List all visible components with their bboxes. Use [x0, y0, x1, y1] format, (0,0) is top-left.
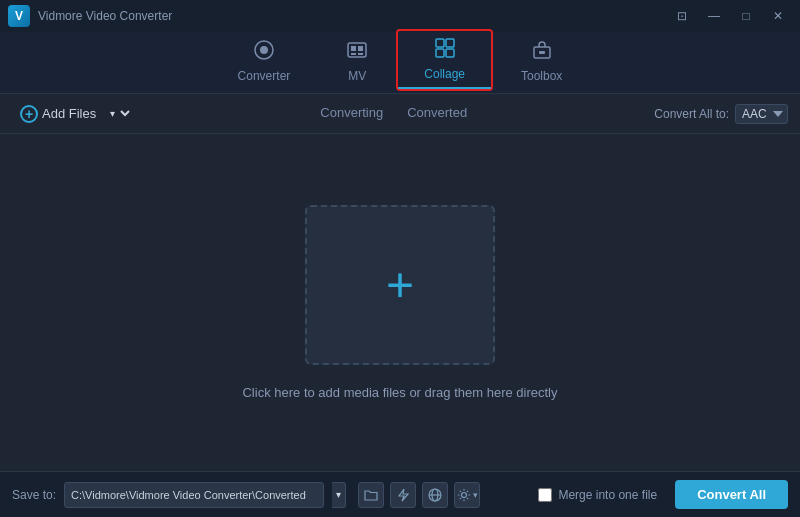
mv-icon	[346, 39, 368, 66]
tab-mv[interactable]: MV	[318, 31, 396, 93]
svg-rect-9	[436, 49, 444, 57]
add-files-button[interactable]: + Add Files	[12, 101, 104, 127]
convert-all-to-label: Convert All to:	[654, 107, 729, 121]
title-bar: V Vidmore Video Converter ⊡ — □ ✕	[0, 0, 800, 32]
drop-hint: Click here to add media files or drag th…	[242, 385, 557, 400]
svg-rect-4	[358, 46, 363, 51]
svg-rect-3	[351, 46, 356, 51]
merge-label: Merge into one file	[558, 488, 657, 502]
convert-all-to-area: Convert All to: AAC	[654, 104, 788, 124]
svg-point-16	[461, 492, 466, 497]
svg-rect-7	[436, 39, 444, 47]
converter-icon	[253, 39, 275, 66]
save-path-dropdown-btn[interactable]: ▾	[332, 482, 346, 508]
drop-zone[interactable]: +	[305, 205, 495, 365]
convert-all-button[interactable]: Convert All	[675, 480, 788, 509]
main-content: + Click here to add media files or drag …	[0, 134, 800, 471]
toolbar: + Add Files ▾ Converting Converted Conve…	[0, 94, 800, 134]
tab-bar: Converter MV	[0, 32, 800, 94]
settings-btn[interactable]: ▾	[454, 482, 480, 508]
tab-converter-label: Converter	[238, 69, 291, 83]
tab-collage-label: Collage	[424, 67, 465, 81]
save-path-input[interactable]	[64, 482, 324, 508]
add-files-label: Add Files	[42, 106, 96, 121]
globe-btn[interactable]	[422, 482, 448, 508]
tab-collage[interactable]: Collage	[396, 29, 493, 91]
status-icons: ▾	[358, 482, 480, 508]
merge-checkbox[interactable]	[538, 488, 552, 502]
save-to-label: Save to:	[12, 488, 56, 502]
svg-rect-2	[348, 43, 366, 57]
tab-converter[interactable]: Converter	[210, 31, 319, 93]
svg-rect-5	[351, 53, 356, 55]
merge-checkbox-area: Merge into one file	[538, 488, 657, 502]
caption-btn[interactable]: ⊡	[668, 6, 696, 26]
tab-toolbox[interactable]: Toolbox	[493, 31, 590, 93]
app-logo: V	[8, 5, 30, 27]
svg-point-1	[260, 46, 268, 54]
format-select[interactable]: AAC	[735, 104, 788, 124]
app-window: V Vidmore Video Converter ⊡ — □ ✕ Conver…	[0, 0, 800, 517]
title-bar-controls: ⊡ — □ ✕	[668, 6, 792, 26]
tab-filters: Converting Converted	[133, 101, 654, 126]
svg-rect-8	[446, 39, 454, 47]
tab-mv-label: MV	[348, 69, 366, 83]
settings-dropdown-arrow: ▾	[473, 490, 478, 500]
folder-btn[interactable]	[358, 482, 384, 508]
add-circle-icon: +	[20, 105, 38, 123]
status-bar: Save to: ▾	[0, 471, 800, 517]
filter-converting[interactable]: Converting	[320, 101, 383, 126]
plus-icon: +	[386, 261, 414, 309]
flash-btn[interactable]	[390, 482, 416, 508]
minimize-btn[interactable]: —	[700, 6, 728, 26]
add-files-dropdown[interactable]: ▾	[104, 103, 133, 124]
svg-rect-6	[358, 53, 363, 55]
collage-icon	[434, 37, 456, 64]
svg-rect-12	[539, 51, 545, 54]
filter-converted[interactable]: Converted	[407, 101, 467, 126]
maximize-btn[interactable]: □	[732, 6, 760, 26]
close-btn[interactable]: ✕	[764, 6, 792, 26]
tab-toolbox-label: Toolbox	[521, 69, 562, 83]
svg-rect-10	[446, 49, 454, 57]
toolbox-icon	[531, 39, 553, 66]
app-title: Vidmore Video Converter	[38, 9, 668, 23]
